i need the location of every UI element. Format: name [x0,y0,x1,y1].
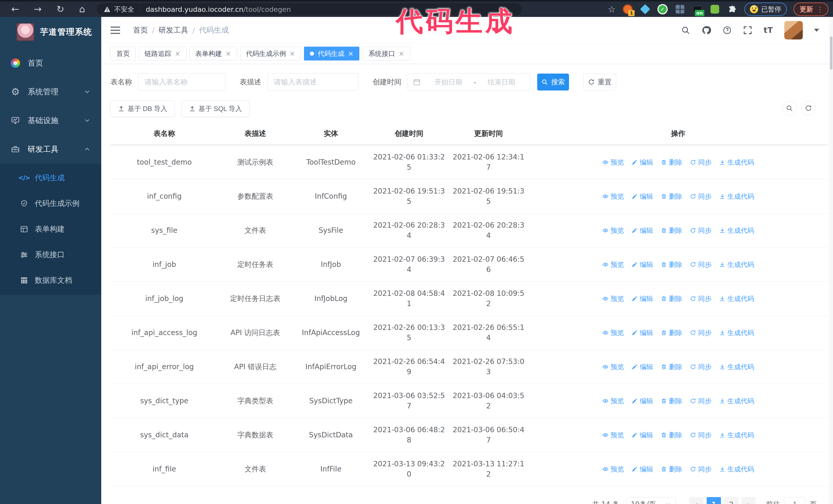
table-name-input[interactable] [138,73,225,91]
op-preview-link[interactable]: 预览 [602,396,624,406]
browser-update-button[interactable]: 更新 ⋮ [793,3,828,16]
sidebar-item-codegen-example[interactable]: 代码生成示例 [0,191,101,216]
sidebar-item-infrastructure[interactable]: 基础设施 [0,106,101,135]
op-edit-link[interactable]: 编辑 [632,396,653,406]
prev-page-button[interactable]: ‹ [689,497,704,504]
scrollbar-thumb[interactable] [830,37,832,70]
start-date-placeholder[interactable]: 开始日期 [425,77,472,87]
github-icon[interactable] [701,25,711,35]
op-delete-link[interactable]: 删除 [661,396,682,406]
close-icon[interactable]: × [225,50,231,57]
sidebar-item-system-management[interactable]: ⚙ 系统管理 [0,77,101,106]
help-icon[interactable] [722,26,732,35]
forward-button[interactable]: → [34,5,42,14]
op-sync-link[interactable]: 同步 [690,157,712,167]
address-bar[interactable]: 不安全 dashboard.yudao.iocoder.cn /tool/cod… [97,3,522,16]
op-preview-link[interactable]: 预览 [602,293,624,304]
extension-dark-icon[interactable]: on [692,4,703,15]
op-sync-link[interactable]: 同步 [690,396,712,406]
op-generate-code-link[interactable]: 生成代码 [719,464,754,474]
import-from-sql-button[interactable]: 基于 SQL 导入 [182,100,249,117]
tab-trace[interactable]: 链路追踪× [139,47,186,61]
home-button[interactable]: ⌂ [79,5,85,14]
security-label[interactable]: 不安全 [114,5,134,14]
op-sync-link[interactable]: 同步 [690,328,712,338]
page-button-2[interactable]: 2 [724,497,738,504]
op-preview-link[interactable]: 预览 [602,362,624,372]
op-delete-link[interactable]: 删除 [661,191,682,201]
op-sync-link[interactable]: 同步 [690,225,712,236]
op-delete-link[interactable]: 删除 [661,259,682,270]
profile-paused-badge[interactable]: 已暂停 [744,3,787,16]
extensions-puzzle-icon[interactable] [727,4,738,15]
refresh-circle-button[interactable] [801,101,815,115]
op-edit-link[interactable]: 编辑 [632,157,653,167]
op-delete-link[interactable]: 删除 [661,293,682,304]
extension-orange-icon[interactable]: 1 [622,4,633,15]
op-edit-link[interactable]: 编辑 [632,259,653,270]
extension-gem-icon[interactable] [640,4,650,15]
op-generate-code-link[interactable]: 生成代码 [719,259,754,270]
tab-code-generation[interactable]: 代码生成× [304,47,359,61]
op-delete-link[interactable]: 删除 [661,328,682,338]
tab-system-api[interactable]: 系统接口× [362,47,410,61]
op-preview-link[interactable]: 预览 [602,430,624,440]
sidebar-item-database-doc[interactable]: 数据库文档 [0,268,101,293]
op-edit-link[interactable]: 编辑 [632,430,653,440]
user-avatar[interactable] [784,21,803,40]
op-generate-code-link[interactable]: 生成代码 [719,328,754,338]
goto-page-input[interactable] [784,497,806,504]
menu-dots-icon[interactable]: ⋮ [816,5,824,14]
back-button[interactable]: ← [11,5,19,14]
op-sync-link[interactable]: 同步 [690,191,712,201]
op-edit-link[interactable]: 编辑 [632,362,653,372]
header-search-icon[interactable] [681,26,690,35]
end-date-placeholder[interactable]: 结束日期 [478,77,525,87]
tab-codegen-example[interactable]: 代码生成示例× [240,47,301,61]
op-generate-code-link[interactable]: 生成代码 [719,396,754,406]
op-delete-link[interactable]: 删除 [661,430,682,440]
op-sync-link[interactable]: 同步 [690,430,712,440]
op-sync-link[interactable]: 同步 [690,259,712,270]
font-size-icon[interactable]: tT [764,26,773,34]
op-delete-link[interactable]: 删除 [661,157,682,167]
op-delete-link[interactable]: 删除 [661,225,682,236]
next-page-button[interactable]: › [741,497,756,504]
avatar-dropdown-caret-icon[interactable] [814,29,819,32]
sidebar-item-form-builder[interactable]: 表单构建 [0,216,101,242]
op-generate-code-link[interactable]: 生成代码 [719,191,754,201]
op-generate-code-link[interactable]: 生成代码 [719,430,754,440]
op-sync-link[interactable]: 同步 [690,293,712,304]
op-generate-code-link[interactable]: 生成代码 [719,293,754,304]
op-preview-link[interactable]: 预览 [602,191,624,201]
sidebar-item-home[interactable]: 首页 [0,49,101,77]
fullscreen-icon[interactable] [743,26,752,35]
close-icon[interactable]: × [290,50,295,57]
breadcrumb-home[interactable]: 首页 [133,25,148,35]
import-from-db-button[interactable]: 基于 DB 导入 [111,100,175,117]
op-generate-code-link[interactable]: 生成代码 [719,157,754,167]
sidebar-toggle-hamburger-icon[interactable] [111,26,121,34]
op-delete-link[interactable]: 删除 [661,362,682,372]
toggle-search-circle-button[interactable] [782,101,796,115]
close-icon[interactable]: × [175,50,181,57]
table-desc-input[interactable] [267,73,358,91]
close-icon[interactable]: × [399,50,404,57]
breadcrumb-dev-tools[interactable]: 研发工具 [159,25,188,35]
extension-check-icon[interactable]: ✓ [657,4,668,15]
op-edit-link[interactable]: 编辑 [632,464,653,474]
op-sync-link[interactable]: 同步 [690,362,712,372]
create-time-range-picker[interactable]: 开始日期 - 结束日期 [407,73,530,91]
op-preview-link[interactable]: 预览 [602,259,624,270]
search-button[interactable]: 搜索 [537,74,569,91]
page-button-1[interactable]: 1 [707,497,721,504]
op-edit-link[interactable]: 编辑 [632,293,653,304]
op-edit-link[interactable]: 编辑 [632,191,653,201]
tab-form-builder[interactable]: 表单构建× [189,47,237,61]
op-preview-link[interactable]: 预览 [602,464,624,474]
reload-button[interactable]: ↻ [56,5,64,14]
op-edit-link[interactable]: 编辑 [632,225,653,236]
tab-home[interactable]: 首页 [111,47,136,61]
op-preview-link[interactable]: 预览 [602,157,624,167]
op-preview-link[interactable]: 预览 [602,225,624,236]
